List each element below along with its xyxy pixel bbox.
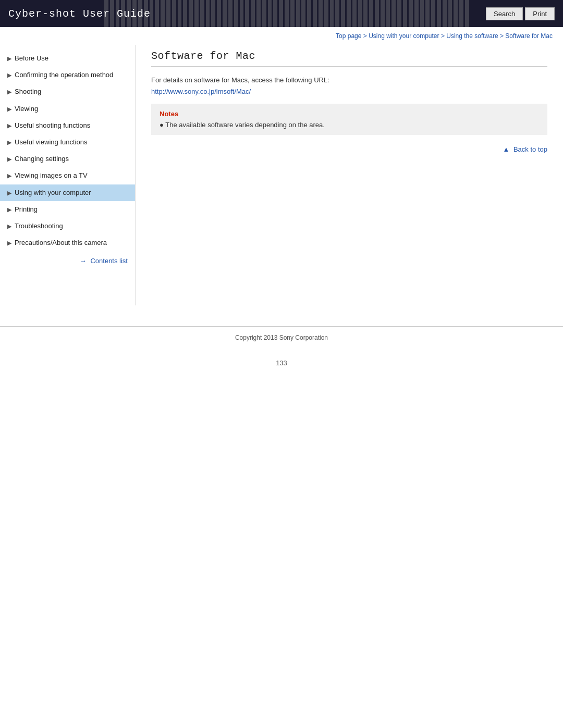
sidebar-item-before-use[interactable]: ▶ Before Use — [0, 50, 135, 67]
footer: Copyright 2013 Sony Corporation — [0, 326, 563, 349]
back-to-top-link[interactable]: ▲ Back to top — [503, 145, 547, 153]
sidebar-item-using-computer[interactable]: ▶ Using with your computer — [0, 184, 135, 201]
chevron-right-icon: ▶ — [7, 122, 11, 130]
chevron-right-icon: ▶ — [7, 239, 11, 247]
breadcrumb-mac[interactable]: Software for Mac — [505, 32, 553, 40]
chevron-right-icon: ▶ — [7, 55, 11, 63]
chevron-right-icon: ▶ — [7, 189, 11, 197]
arrow-right-icon: → — [80, 257, 87, 265]
sidebar-item-shooting[interactable]: ▶ Shooting — [0, 83, 135, 100]
sidebar-item-precautions[interactable]: ▶ Precautions/About this camera — [0, 235, 135, 251]
breadcrumb-software[interactable]: Using the software — [446, 32, 498, 40]
sidebar-item-changing-settings[interactable]: ▶ Changing settings — [0, 151, 135, 167]
sidebar-item-confirming[interactable]: ▶ Confirming the operation method — [0, 67, 135, 83]
sidebar-item-printing[interactable]: ▶ Printing — [0, 201, 135, 218]
sidebar-item-useful-viewing[interactable]: ▶ Useful viewing functions — [0, 134, 135, 151]
contents-list-link[interactable]: → Contents list — [80, 257, 128, 265]
chevron-right-icon: ▶ — [7, 206, 11, 214]
notes-content: The available software varies depending … — [160, 121, 539, 129]
header-buttons: Search Print — [486, 7, 555, 20]
breadcrumb-computer[interactable]: Using with your computer — [369, 32, 439, 40]
back-to-top: ▲ Back to top — [151, 145, 547, 153]
triangle-up-icon: ▲ — [503, 145, 509, 153]
chevron-right-icon: ▶ — [7, 139, 11, 146]
mac-url-link[interactable]: http://www.sony.co.jp/imsoft/Mac/ — [151, 88, 251, 95]
main-layout: ▶ Before Use ▶ Confirming the operation … — [0, 45, 563, 305]
chevron-right-icon: ▶ — [7, 223, 11, 230]
chevron-right-icon: ▶ — [7, 105, 11, 113]
header: Cyber-shot User Guide Search Print — [0, 0, 563, 27]
breadcrumb-top[interactable]: Top page — [336, 32, 361, 40]
chevron-right-icon: ▶ — [7, 71, 11, 79]
page-title: Software for Mac — [151, 50, 547, 67]
print-button[interactable]: Print — [525, 7, 555, 20]
chevron-right-icon: ▶ — [7, 172, 11, 180]
sidebar-item-troubleshooting[interactable]: ▶ Troubleshooting — [0, 218, 135, 235]
sidebar-item-useful-shooting[interactable]: ▶ Useful shooting functions — [0, 117, 135, 134]
sidebar-item-viewing[interactable]: ▶ Viewing — [0, 101, 135, 117]
notes-title: Notes — [160, 110, 539, 118]
breadcrumb: Top page > Using with your computer > Us… — [0, 27, 563, 45]
sidebar-footer: → Contents list — [0, 251, 135, 270]
intro-text: For details on software for Macs, access… — [151, 76, 547, 84]
chevron-right-icon: ▶ — [7, 88, 11, 96]
sidebar-item-viewing-tv[interactable]: ▶ Viewing images on a TV — [0, 167, 135, 184]
notes-box: Notes The available software varies depe… — [151, 104, 547, 135]
header-decoration — [104, 0, 469, 27]
sidebar: ▶ Before Use ▶ Confirming the operation … — [0, 45, 136, 305]
page-number: 133 — [0, 349, 563, 377]
copyright-text: Copyright 2013 Sony Corporation — [235, 334, 328, 341]
search-button[interactable]: Search — [486, 7, 523, 20]
chevron-right-icon: ▶ — [7, 155, 11, 163]
app-title: Cyber-shot User Guide — [8, 8, 151, 20]
main-content: Software for Mac For details on software… — [136, 45, 563, 169]
